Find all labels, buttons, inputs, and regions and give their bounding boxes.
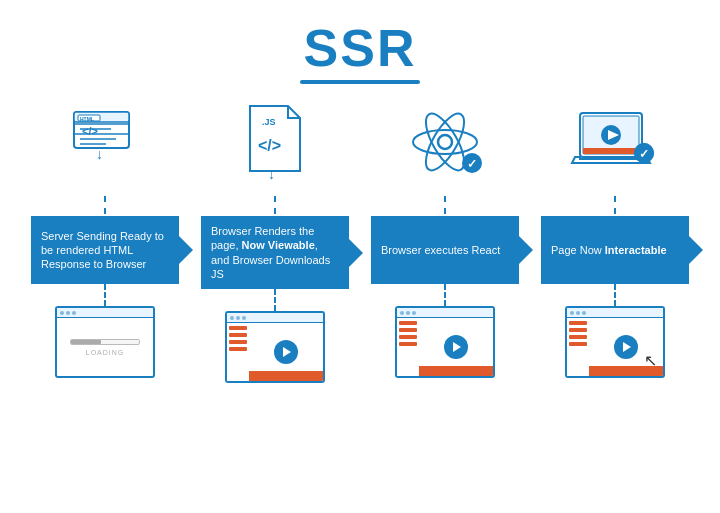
browser-body-4: ↖ [567,318,663,376]
server-icon-area: HTML </> ↓ [66,94,144,194]
svg-text:✓: ✓ [639,147,649,161]
dashed-v-4 [614,196,616,214]
step-text-1: Server Sending Ready to be rendered HTML… [41,229,169,272]
react-icon-wrap: ✓ [404,101,486,187]
laptop-icon-wrap: ✓ ✓ [570,101,660,187]
step-bold-4: Interactable [605,244,667,256]
loading-bar-track [70,339,140,345]
col-js: .JS </> ↓ Browser Renders the page, Now … [190,94,360,383]
play-triangle-3 [453,342,461,352]
laptop-icon: ✓ ✓ [570,101,660,183]
js-icon-wrap: .JS </> ↓ [240,101,310,187]
laptop-icon-area: ✓ ✓ [570,94,660,194]
play-triangle-4 [623,342,631,352]
dot6 [242,316,246,320]
orange-bar-3 [419,366,493,376]
col-react: ✓ Browser executes React [360,94,530,378]
sidebar-line-10 [569,328,587,332]
browser-content-3 [395,306,495,378]
browser-content-area-4: ↖ [589,318,663,376]
sidebar-line-2 [229,333,247,337]
js-file-icon: .JS </> ↓ [240,101,310,183]
svg-point-14 [438,135,452,149]
loading-bar-fill [71,340,101,344]
step-text-4: Page Now Interactable [551,243,667,257]
dot1 [60,311,64,315]
dot5 [236,316,240,320]
dot11 [576,311,580,315]
svg-text:</>: </> [82,125,98,137]
col-laptop: ✓ ✓ Page Now Interactable [530,94,700,378]
svg-point-15 [413,130,477,154]
dot7 [400,311,404,315]
play-button-4 [614,335,638,359]
title-underline [300,80,420,84]
cursor-icon: ↖ [644,351,657,370]
step-text-2: Browser Renders the page, Now Viewable, … [211,224,339,281]
server-icon-wrap: HTML </> ↓ [66,102,144,186]
diagram-row: HTML </> ↓ Server Sending Ready to be re… [0,94,720,383]
dot4 [230,316,234,320]
server-icon: HTML </> ↓ [66,102,144,182]
react-icon-area: ✓ [404,94,486,194]
step-text-3: Browser executes React [381,243,500,257]
dashed-v-below-3 [444,284,446,306]
svg-text:✓: ✓ [467,157,477,171]
dashed-v-1 [104,196,106,214]
dot10 [570,311,574,315]
step-box-4: Page Now Interactable [541,216,689,284]
dot8 [406,311,410,315]
browser-sidebar-3 [397,318,419,376]
browser-content-area-2 [249,323,323,381]
play-button-3 [444,335,468,359]
sidebar-line-1 [229,326,247,330]
dashed-v-below-4 [614,284,616,306]
orange-bar-2 [249,371,323,381]
sidebar-line-3 [229,340,247,344]
sidebar-line-8 [399,342,417,346]
browser-body-2 [227,323,323,381]
browser-sidebar-2 [227,323,249,381]
sidebar-line-9 [569,321,587,325]
js-icon-area: .JS </> ↓ [240,94,310,194]
sidebar-line-4 [229,347,247,351]
browser-titlebar-4 [567,308,663,318]
browser-titlebar-2 [227,313,323,323]
page-title-area: SSR [0,0,720,84]
sidebar-line-5 [399,321,417,325]
browser-titlebar-3 [397,308,493,318]
svg-rect-24 [583,148,639,154]
loading-label: LOADING [86,349,125,356]
browser-loading: LOADING [55,306,155,378]
main-title: SSR [0,18,720,78]
dot12 [582,311,586,315]
sidebar-line-6 [399,328,417,332]
dashed-v-below-1 [104,284,106,306]
dot2 [66,311,70,315]
sidebar-line-7 [399,335,417,339]
step-box-2: Browser Renders the page, Now Viewable, … [201,216,349,289]
play-triangle-2 [283,347,291,357]
step-box-1: Server Sending Ready to be rendered HTML… [31,216,179,284]
svg-text:HTML: HTML [80,116,94,122]
svg-text:.JS: .JS [262,117,276,127]
dot9 [412,311,416,315]
step-box-3: Browser executes React [371,216,519,284]
svg-text:↓: ↓ [96,146,103,162]
browser-content-area-3 [419,318,493,376]
dashed-v-3 [444,196,446,214]
browser-sidebar-4 [567,318,589,376]
loading-body: LOADING [57,318,153,376]
react-icon: ✓ [404,101,486,183]
col-server: HTML </> ↓ Server Sending Ready to be re… [20,94,190,378]
sidebar-line-11 [569,335,587,339]
browser-content-2 [225,311,325,383]
dashed-v-below-2 [274,289,276,311]
svg-text:↓: ↓ [268,166,275,182]
svg-text:</>: </> [258,137,281,154]
play-button-2 [274,340,298,364]
step-bold-2: Now Viewable [242,239,315,251]
browser-titlebar-1 [57,308,153,318]
dashed-v-2 [274,196,276,214]
browser-body-3 [397,318,493,376]
